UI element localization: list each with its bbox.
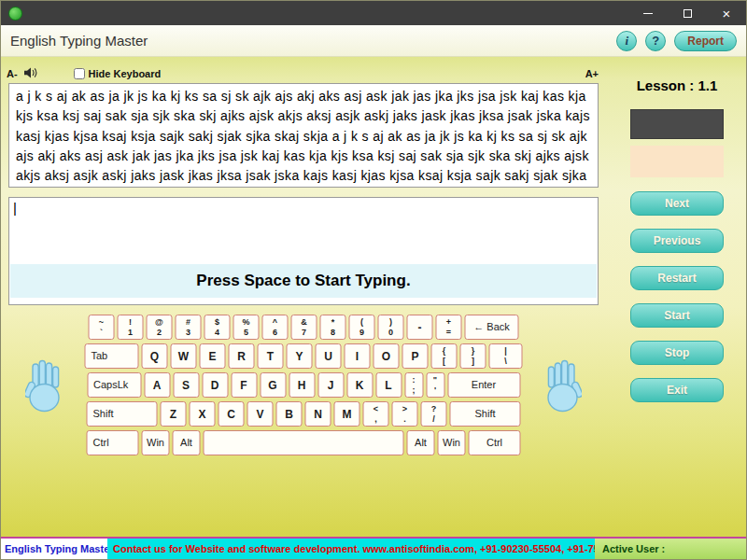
key-k[interactable]: K xyxy=(346,372,373,398)
key-s[interactable]: S xyxy=(173,372,199,398)
key-r[interactable]: R xyxy=(229,343,255,369)
key-g[interactable]: G xyxy=(260,372,286,398)
status-app-name: English Typing Master xyxy=(1,539,107,559)
key-0[interactable]: )0 xyxy=(378,315,404,340)
key-f[interactable]: F xyxy=(231,372,257,398)
key-q[interactable]: Q xyxy=(142,343,168,369)
info-button[interactable]: i xyxy=(616,31,637,51)
key-t[interactable]: T xyxy=(258,343,284,369)
keyboard-row: CapsLkASDFGHJKL:;"'Enter xyxy=(85,372,523,398)
lesson-toolbar: A- Hide Keyboard A+ xyxy=(7,67,599,80)
key-ctrl-right[interactable]: Ctrl xyxy=(469,430,521,455)
key-backspace[interactable]: ← Back xyxy=(465,315,519,340)
key-semicolon[interactable]: :; xyxy=(404,372,423,398)
help-button[interactable]: ? xyxy=(645,31,666,51)
lesson-text-display: a j k s aj ak as ja jk js ka kj ks sa sj… xyxy=(8,83,599,188)
key-w[interactable]: W xyxy=(171,343,197,369)
app-icon xyxy=(8,7,22,21)
key-o[interactable]: O xyxy=(374,343,400,369)
key-3[interactable]: #3 xyxy=(176,315,202,340)
key-slash[interactable]: ?/ xyxy=(421,401,447,427)
key-ctrl-left[interactable]: Ctrl xyxy=(87,430,139,455)
key-1[interactable]: !1 xyxy=(118,315,144,340)
key-y[interactable]: Y xyxy=(287,343,313,369)
key-v[interactable]: V xyxy=(247,401,274,427)
stop-button[interactable]: Stop xyxy=(630,341,724,365)
key-u[interactable]: U xyxy=(316,343,342,369)
key-capslock[interactable]: CapsLk xyxy=(87,372,141,398)
key-e[interactable]: E xyxy=(200,343,226,369)
key-i[interactable]: I xyxy=(345,343,371,369)
key-4[interactable]: $4 xyxy=(204,315,231,340)
key-5[interactable]: %5 xyxy=(233,315,260,340)
key-bracket-close[interactable]: }] xyxy=(460,343,486,369)
close-button[interactable]: × xyxy=(707,1,746,25)
key-shift-right[interactable]: Shift xyxy=(450,401,521,427)
page-title: English Typing Master xyxy=(10,33,148,49)
key-shift-left[interactable]: Shift xyxy=(87,401,158,427)
key-m[interactable]: M xyxy=(334,401,360,427)
key-8[interactable]: *8 xyxy=(320,315,346,340)
maximize-button[interactable] xyxy=(668,1,707,25)
next-button[interactable]: Next xyxy=(630,191,724,216)
start-button[interactable]: Start xyxy=(630,303,724,328)
text-cursor: | xyxy=(13,200,17,216)
previous-button[interactable]: Previous xyxy=(630,229,724,253)
keyboard-row: CtrlWinAltAltWinCtrl xyxy=(85,430,523,455)
key-tab[interactable]: Tab xyxy=(85,343,139,369)
key-h[interactable]: H xyxy=(289,372,315,398)
key-l[interactable]: L xyxy=(375,372,402,398)
key-comma[interactable]: <, xyxy=(363,401,389,427)
keyboard-row: TabQWERTYUIOP{[}]|\ xyxy=(85,343,523,369)
key-x[interactable]: X xyxy=(190,401,216,427)
key-alt-right[interactable]: Alt xyxy=(407,430,435,455)
key-backquote[interactable]: ~` xyxy=(89,315,115,340)
font-increase-button[interactable]: A+ xyxy=(585,68,599,79)
keyboard-row: ~`!1@2#3$4%5^6&7*8(9)0-+=← Back xyxy=(85,315,523,340)
font-decrease-button[interactable]: A- xyxy=(7,68,18,79)
key-z[interactable]: Z xyxy=(161,401,187,427)
key-equals[interactable]: += xyxy=(436,315,462,340)
key-b[interactable]: B xyxy=(276,401,303,427)
key-d[interactable]: D xyxy=(202,372,228,398)
key-a[interactable]: A xyxy=(144,372,170,398)
speaker-icon[interactable] xyxy=(24,67,37,80)
report-button[interactable]: Report xyxy=(674,31,737,51)
score-display xyxy=(630,146,724,177)
key-win-left[interactable]: Win xyxy=(142,430,170,455)
key-minus[interactable]: - xyxy=(407,315,433,340)
key-c[interactable]: C xyxy=(218,401,245,427)
app-header: English Typing Master i ? Report xyxy=(1,25,746,57)
key-j[interactable]: J xyxy=(317,372,344,398)
key-period[interactable]: >. xyxy=(392,401,418,427)
status-marquee: Contact us for Website and software deve… xyxy=(107,539,595,559)
key-alt-left[interactable]: Alt xyxy=(173,430,201,455)
keyboard-area: ~`!1@2#3$4%5^6&7*8(9)0-+=← BackTabQWERTY… xyxy=(1,313,606,469)
key-2[interactable]: @2 xyxy=(147,315,173,340)
exit-button[interactable]: Exit xyxy=(630,378,724,402)
key-enter[interactable]: Enter xyxy=(447,372,520,398)
key-bracket-open[interactable]: {[ xyxy=(431,343,458,369)
restart-button[interactable]: Restart xyxy=(630,266,724,290)
key-win-right[interactable]: Win xyxy=(438,430,466,455)
typing-input-area[interactable]: | Press Space to Start Typing. xyxy=(8,197,599,305)
hide-keyboard-option: Hide Keyboard xyxy=(74,68,162,79)
maximize-icon xyxy=(684,9,692,18)
hide-keyboard-checkbox[interactable] xyxy=(74,68,85,79)
status-bar: English Typing Master Contact us for Web… xyxy=(1,537,746,559)
virtual-keyboard: ~`!1@2#3$4%5^6&7*8(9)0-+=← BackTabQWERTY… xyxy=(85,315,523,455)
key-9[interactable]: (9 xyxy=(349,315,375,340)
key-n[interactable]: N xyxy=(305,401,331,427)
header-actions: i ? Report xyxy=(616,31,737,51)
app-window: × English Typing Master i ? Report A- Hi… xyxy=(0,0,747,560)
key-space[interactable] xyxy=(204,430,404,455)
minimize-button[interactable] xyxy=(628,1,668,25)
key-quote[interactable]: "' xyxy=(426,372,444,398)
left-hand-icon xyxy=(25,359,64,417)
key-7[interactable]: &7 xyxy=(291,315,317,340)
key-6[interactable]: ^6 xyxy=(262,315,289,340)
hide-keyboard-label: Hide Keyboard xyxy=(89,68,162,79)
window-controls: × xyxy=(628,1,746,25)
key-p[interactable]: P xyxy=(402,343,429,369)
key-backslash[interactable]: |\ xyxy=(489,343,523,369)
